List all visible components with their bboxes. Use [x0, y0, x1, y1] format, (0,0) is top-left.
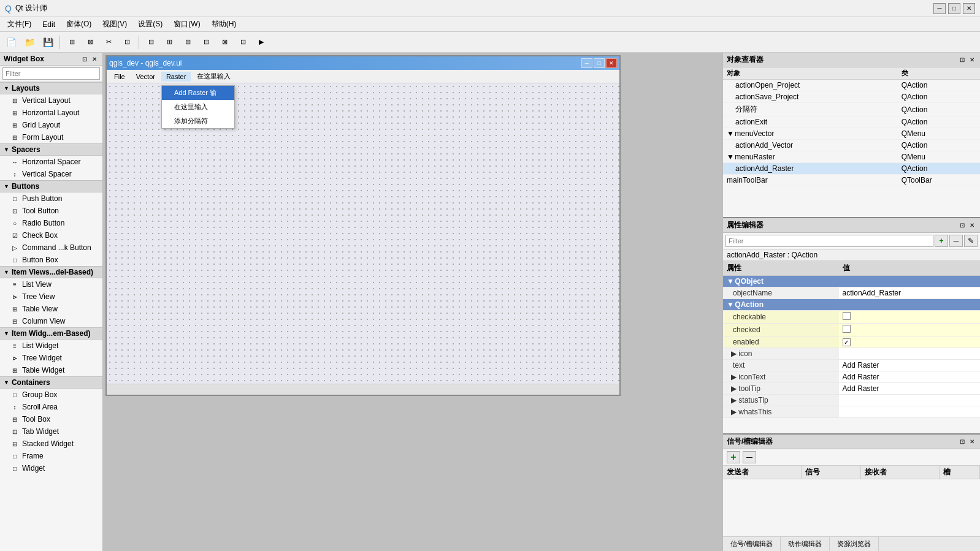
table-row[interactable]: actionAdd_Raster QAction: [723, 163, 980, 175]
prop-remove-btn[interactable]: ─: [949, 235, 963, 247]
prop-value[interactable]: Add Raster: [839, 383, 980, 395]
widget-item-table-view[interactable]: ⊞ Table View: [0, 303, 102, 315]
widget-item-horizontal-spacer[interactable]: ↔ Horizontal Spacer: [0, 156, 102, 168]
dropdown-add-separator[interactable]: 添加分隔符: [162, 114, 234, 128]
widget-item-column-view[interactable]: ⊟ Column View: [0, 315, 102, 327]
tab-signal-editor[interactable]: 信号/槽编辑器: [723, 537, 781, 551]
widget-item-form-layout[interactable]: ⊟ Form Layout: [0, 131, 102, 143]
tab-action-editor[interactable]: 动作编辑器: [781, 537, 830, 551]
prop-filter-input[interactable]: [725, 235, 933, 247]
prop-value[interactable]: actionAdd_Raster: [839, 287, 980, 299]
toolbar-save[interactable]: 💾: [39, 34, 56, 50]
menu-view[interactable]: 视图(V): [98, 18, 132, 31]
widget-item-list-view[interactable]: ≡ List View: [0, 278, 102, 291]
widget-item-table-widget[interactable]: ⊞ Table Widget: [0, 364, 102, 376]
obj-inspector-float[interactable]: ⊡: [958, 56, 967, 64]
prop-row-whatsthis[interactable]: ▶ whatsThis: [723, 406, 980, 418]
prop-row-checked[interactable]: checked: [723, 324, 980, 336]
toolbar-open[interactable]: 📁: [21, 34, 38, 50]
menu-edit[interactable]: Edit: [37, 19, 60, 30]
dropdown-add-raster[interactable]: Add Raster 输: [162, 86, 234, 100]
checked-checkbox[interactable]: [843, 325, 851, 333]
form-minimize-btn[interactable]: ─: [581, 58, 592, 68]
widget-box-filter-input[interactable]: [2, 67, 100, 80]
toolbar-vlayout[interactable]: ⊞: [161, 34, 178, 50]
table-row[interactable]: mainToolBar QToolBar: [723, 175, 980, 186]
table-row[interactable]: actionSave_Project QAction: [723, 91, 980, 103]
prop-value[interactable]: Add Raster: [839, 371, 980, 383]
prop-value[interactable]: [839, 348, 980, 360]
widget-item-command-button[interactable]: ▷ Command ...k Button: [0, 241, 102, 254]
category-item-widgets[interactable]: ▼ Item Widg...em-Based): [0, 327, 102, 340]
toolbar-hlayout[interactable]: ⊟: [142, 34, 159, 50]
table-row[interactable]: objectName actionAdd_Raster: [723, 287, 980, 299]
widget-item-vertical-layout[interactable]: ⊟ Vertical Layout: [0, 94, 102, 107]
checkable-checkbox[interactable]: [843, 312, 851, 320]
form-canvas[interactable]: [107, 83, 619, 384]
menu-settings[interactable]: 设置(S): [133, 18, 167, 31]
signal-add-btn[interactable]: +: [727, 451, 740, 463]
prop-value[interactable]: [839, 324, 980, 336]
widget-item-tab-widget[interactable]: ⊡ Tab Widget: [0, 425, 102, 438]
toolbar-edit[interactable]: ⊡: [118, 34, 136, 50]
form-menu-raster[interactable]: Raster Add Raster 输 在这里输入 添加分隔符: [161, 72, 191, 82]
widget-item-group-box[interactable]: □ Group Box: [0, 389, 102, 401]
prop-value[interactable]: [839, 406, 980, 418]
widget-item-frame[interactable]: □ Frame: [0, 450, 102, 462]
toolbar-glayout[interactable]: ⊞: [179, 34, 196, 50]
prop-value[interactable]: [839, 395, 980, 406]
close-button[interactable]: ✕: [963, 3, 975, 14]
toolbar-preview[interactable]: ▶: [253, 34, 270, 50]
tab-resource-browser[interactable]: 资源浏览器: [830, 537, 879, 551]
widget-item-radio-button[interactable]: ○ Radio Button: [0, 217, 102, 229]
widget-item-widget[interactable]: □ Widget: [0, 462, 102, 474]
widget-item-scroll-area[interactable]: ↕ Scroll Area: [0, 401, 102, 413]
table-row[interactable]: actionAdd_Vector QAction: [723, 140, 980, 151]
widget-item-tool-button[interactable]: ⊡ Tool Button: [0, 205, 102, 217]
category-layouts[interactable]: ▼ Layouts: [0, 82, 102, 94]
prop-section-qobject[interactable]: ▼ QObject: [723, 276, 980, 287]
widget-item-button-box[interactable]: □ Button Box: [0, 254, 102, 266]
signal-remove-btn[interactable]: ─: [743, 451, 756, 463]
category-spacers[interactable]: ▼ Spacers: [0, 143, 102, 156]
prop-value[interactable]: ✓: [839, 336, 980, 348]
menu-help[interactable]: 帮助(H): [207, 18, 242, 31]
widget-item-tree-view[interactable]: ⊳ Tree View: [0, 291, 102, 303]
signal-editor-close[interactable]: ✕: [968, 438, 976, 446]
menu-form[interactable]: 窗体(O): [61, 18, 96, 31]
prop-row-icontext[interactable]: ▶ iconText Add Raster: [723, 371, 980, 383]
toolbar-new[interactable]: 📄: [2, 34, 20, 50]
form-maximize-btn[interactable]: □: [594, 58, 605, 68]
prop-row-text[interactable]: text Add Raster: [723, 360, 980, 371]
table-row[interactable]: ▼ menuVector QMenu: [723, 128, 980, 140]
form-menu-vector[interactable]: Vector: [131, 72, 160, 82]
form-close-btn[interactable]: ✕: [606, 58, 617, 68]
form-menu-file[interactable]: File: [109, 72, 130, 82]
widget-item-grid-layout[interactable]: ⊞ Grid Layout: [0, 119, 102, 131]
prop-editor-close[interactable]: ✕: [968, 221, 976, 230]
toolbar-redo[interactable]: ⊠: [82, 34, 99, 50]
widget-item-list-widget[interactable]: ≡ List Widget: [0, 340, 102, 352]
prop-editor-float[interactable]: ⊡: [958, 221, 967, 230]
widget-item-check-box[interactable]: ☑ Check Box: [0, 229, 102, 241]
table-row[interactable]: ▼ menuRaster QMenu: [723, 151, 980, 163]
toolbar-break[interactable]: ⊠: [216, 34, 233, 50]
widget-box-float[interactable]: ⊡: [80, 55, 89, 63]
signal-editor-float[interactable]: ⊡: [958, 438, 967, 446]
minimize-button[interactable]: ─: [933, 3, 946, 14]
prop-section-qaction[interactable]: ▼ QAction: [723, 299, 980, 311]
form-menu-enter[interactable]: 在这里输入: [192, 70, 235, 82]
table-row[interactable]: 分隔符 QAction: [723, 103, 980, 116]
menu-window[interactable]: 窗口(W): [169, 18, 205, 31]
prop-edit-btn[interactable]: ✎: [964, 235, 978, 247]
prop-row-enabled[interactable]: enabled ✓: [723, 336, 980, 348]
prop-row-icon[interactable]: ▶ icon: [723, 348, 980, 360]
widget-box-close[interactable]: ✕: [90, 55, 99, 63]
widget-item-push-button[interactable]: □ Push Button: [0, 192, 102, 205]
obj-inspector-close[interactable]: ✕: [968, 56, 976, 64]
widget-item-tool-box[interactable]: ⊟ Tool Box: [0, 413, 102, 425]
toolbar-cut[interactable]: ✂: [100, 34, 117, 50]
category-buttons[interactable]: ▼ Buttons: [0, 180, 102, 192]
toolbar-adjust[interactable]: ⊡: [234, 34, 251, 50]
widget-item-tree-widget[interactable]: ⊳ Tree Widget: [0, 352, 102, 364]
